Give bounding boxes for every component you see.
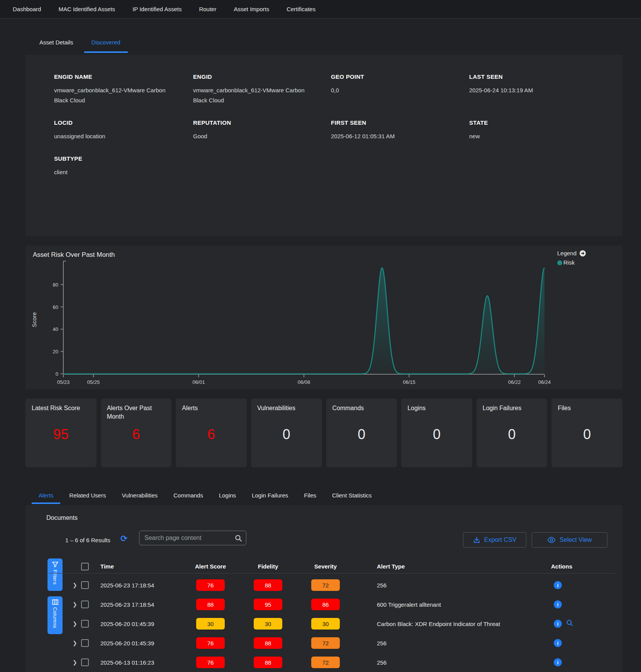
- stat-label-alerts: Alerts: [182, 404, 241, 412]
- info-icon[interactable]: i: [554, 601, 562, 609]
- column-header-fidelity: Fidelity: [248, 563, 288, 570]
- main-tabs: Asset DetailsDiscovered: [32, 34, 128, 53]
- field-label-engid: ENGID: [193, 73, 331, 80]
- stat-label-login-failures: Login Failures: [483, 404, 541, 412]
- field-value-geo-point: 0,0: [331, 85, 444, 95]
- column-header-severity: Severity: [305, 563, 346, 570]
- nav-item-asset-imports[interactable]: Asset Imports: [234, 6, 269, 12]
- fidelity-badge: 95: [254, 599, 282, 610]
- documents-title: Documents: [46, 514, 78, 521]
- field-value-first-seen: 2025-06-12 01:05:31 AM: [331, 131, 444, 141]
- asset-fields: ENGID NAMEvmware_carbonblack_612-VMware …: [25, 55, 622, 177]
- tab-logins[interactable]: Logins: [212, 487, 243, 504]
- tab-files[interactable]: Files: [297, 487, 323, 504]
- chevron-right-icon[interactable]: ❯: [73, 601, 77, 608]
- risk-chart-panel: Asset Risk Over Past Month Legend Risk 0…: [25, 246, 622, 389]
- refresh-icon[interactable]: ⟳: [120, 534, 127, 544]
- nav-item-dashboard[interactable]: Dashboard: [13, 6, 41, 12]
- field-label-subtype: SUBTYPE: [54, 155, 193, 162]
- row-time: 2025-06-23 17:18:54: [100, 601, 154, 608]
- stat-card-files: Files0: [551, 399, 622, 467]
- field-value-last-seen: 2025-06-24 10:13:19 AM: [469, 85, 582, 95]
- row-time: 2025-06-23 17:18:54: [100, 582, 154, 589]
- tab-discovered[interactable]: Discovered: [84, 34, 128, 53]
- search-icon[interactable]: [235, 535, 242, 542]
- row-alert-type: 256: [377, 582, 387, 589]
- info-icon[interactable]: i: [554, 658, 562, 667]
- stat-value-commands: 0: [326, 426, 397, 443]
- info-icon[interactable]: i: [554, 581, 562, 589]
- nav-item-mac-identified-assets[interactable]: MAC Identified Assets: [58, 6, 115, 12]
- severity-badge: 72: [311, 637, 340, 649]
- chevron-right-icon[interactable]: ❯: [73, 640, 77, 646]
- row-checkbox[interactable]: [81, 581, 89, 589]
- tab-alerts[interactable]: Alerts: [32, 487, 60, 504]
- field-last-seen: LAST SEEN2025-06-24 10:13:19 AM: [469, 73, 607, 105]
- table-row: ❯2025-06-13 01:16:23768872256i: [25, 653, 622, 672]
- chevron-right-icon[interactable]: ❯: [73, 582, 77, 588]
- field-value-reputation: Good: [193, 131, 306, 141]
- export-csv-button[interactable]: Export CSV: [463, 532, 526, 548]
- row-checkbox[interactable]: [81, 658, 89, 666]
- row-checkbox[interactable]: [81, 620, 89, 628]
- field-subtype: SUBTYPEclient: [54, 155, 193, 177]
- select-view-label: Select View: [560, 536, 592, 543]
- stat-value-latest-risk-score: 95: [25, 426, 97, 443]
- stat-value-logins: 0: [401, 426, 472, 443]
- chevron-right-icon[interactable]: ❯: [73, 659, 77, 665]
- nav-item-certificates[interactable]: Certificates: [287, 6, 315, 12]
- stat-card-vulnerabilities: Vulnerabilities0: [251, 399, 322, 467]
- stat-card-alerts-over-past-month: Alerts Over Past Month6: [101, 399, 172, 467]
- severity-badge: 72: [311, 579, 340, 591]
- search-action-icon[interactable]: [566, 619, 573, 628]
- row-checkbox[interactable]: [81, 601, 89, 608]
- stat-card-alerts: Alerts6: [176, 399, 247, 467]
- tab-commands[interactable]: Commands: [166, 487, 210, 504]
- stat-label-files: Files: [558, 404, 616, 412]
- select-all-checkbox[interactable]: [81, 563, 89, 570]
- fidelity-badge: 88: [254, 637, 282, 649]
- field-engid-name: ENGID NAMEvmware_carbonblack_612-VMware …: [54, 73, 193, 105]
- svg-text:05/25: 05/25: [87, 379, 100, 385]
- svg-text:Score: Score: [31, 312, 37, 327]
- export-csv-label: Export CSV: [484, 536, 517, 543]
- documents-panel: Documents 1 – 6 of 6 Results ⟳ Export CS…: [25, 505, 622, 672]
- severity-badge: 30: [311, 618, 340, 630]
- table-row: ❯2025-06-20 01:45:39303030Carbon Black: …: [25, 614, 622, 633]
- stat-value-alerts: 6: [176, 426, 247, 443]
- info-icon[interactable]: i: [554, 620, 562, 628]
- stat-value-files: 0: [551, 426, 622, 443]
- top-nav: DashboardMAC Identified AssetsIP Identif…: [0, 0, 641, 19]
- alert-score-badge: 76: [196, 637, 225, 649]
- nav-item-router[interactable]: Router: [199, 6, 216, 12]
- tab-vulnerabilities[interactable]: Vulnerabilities: [115, 487, 164, 504]
- column-header-actions: Actions: [551, 563, 572, 570]
- nav-item-ip-identified-assets[interactable]: IP Identified Assets: [132, 6, 181, 12]
- fidelity-badge: 88: [254, 657, 282, 668]
- search-input[interactable]: [139, 535, 235, 541]
- svg-text:80: 80: [53, 282, 58, 288]
- info-icon[interactable]: i: [554, 639, 562, 647]
- tab-client-statistics[interactable]: Client Statistics: [325, 487, 379, 504]
- chevron-right-icon[interactable]: ❯: [73, 621, 77, 627]
- asset-details-panel: ENGID NAMEvmware_carbonblack_612-VMware …: [25, 55, 622, 236]
- fidelity-badge: 88: [254, 579, 282, 591]
- search-box: [139, 531, 246, 545]
- select-view-button[interactable]: Select View: [532, 532, 607, 548]
- detail-tabs: AlertsRelated UsersVulnerabilitiesComman…: [32, 487, 379, 504]
- stat-card-login-failures: Login Failures0: [477, 399, 548, 467]
- download-icon: [473, 536, 480, 544]
- svg-text:60: 60: [53, 304, 58, 310]
- tab-login-failures[interactable]: Login Failures: [245, 487, 295, 504]
- field-label-reputation: REPUTATION: [193, 119, 331, 126]
- table-row: ❯2025-06-23 17:18:54768872256i: [25, 575, 622, 595]
- legend-toggle[interactable]: Legend: [557, 249, 586, 258]
- row-alert-type: 600 Triggeralert alltenant: [377, 601, 441, 608]
- tab-related-users[interactable]: Related Users: [62, 487, 113, 504]
- row-checkbox[interactable]: [81, 639, 89, 647]
- tab-asset-details[interactable]: Asset Details: [32, 34, 81, 53]
- field-first-seen: FIRST SEEN2025-06-12 01:05:31 AM: [331, 119, 469, 141]
- svg-text:05/23: 05/23: [57, 379, 70, 385]
- table-row: ❯2025-06-20 01:45:39768872256i: [25, 633, 622, 653]
- alert-score-badge: 76: [196, 657, 225, 668]
